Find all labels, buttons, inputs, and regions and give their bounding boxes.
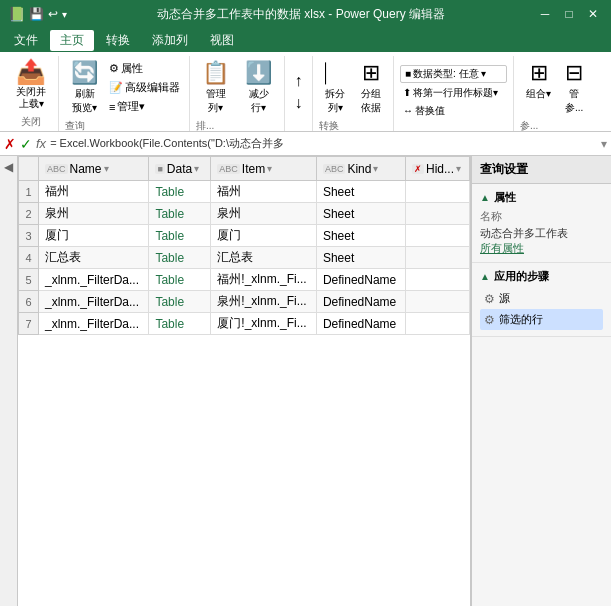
row-7-hidden: [405, 313, 469, 335]
reduce-rows-button[interactable]: ⬇️ 减少行▾: [239, 58, 278, 117]
sort-asc-button[interactable]: ↑: [292, 71, 306, 91]
row-3-name: 厦门: [39, 225, 149, 247]
manage-params-label: 管参...: [565, 87, 583, 115]
window-title: 动态合并多工作表中的数据 xlsx - Power Query 编辑器: [67, 6, 535, 23]
fx-label: fx: [36, 136, 46, 151]
col-header-item[interactable]: ABC Item ▾: [211, 157, 317, 181]
name-col-dropdown[interactable]: ▾: [104, 163, 109, 174]
col-header-hidden[interactable]: ✗ Hid... ▾: [405, 157, 469, 181]
maximize-button[interactable]: □: [559, 4, 579, 24]
window-controls: ─ □ ✕: [535, 4, 603, 24]
first-row-button[interactable]: ⬆ 将第一行用作标题▾: [400, 85, 507, 101]
step-filter-rows[interactable]: ⚙ 筛选的行: [480, 309, 603, 330]
formula-bar: ✗ ✓ fx ▾: [0, 132, 611, 156]
properties-section: ▲ 属性 名称 动态合并多工作表 所有属性: [472, 184, 611, 263]
row-6-kind: DefinedName: [316, 291, 405, 313]
group-by-label: 分组依据: [361, 87, 381, 115]
check-icon[interactable]: ✓: [20, 136, 32, 152]
row-7-data: Table: [149, 313, 211, 335]
app-icon: 📗: [8, 6, 25, 22]
kind-col-type-badge: ABC: [323, 164, 346, 174]
menu-home[interactable]: 主页: [50, 30, 94, 51]
table-row[interactable]: 5 _xlnm._FilterDa... Table 福州!_xlnm._Fi.…: [19, 269, 470, 291]
minimize-button[interactable]: ─: [535, 4, 555, 24]
steps-section-header[interactable]: ▲ 应用的步骤: [480, 269, 603, 284]
ribbon-group-combine: ⊞ 组合▾ ⊟ 管参... 参...: [514, 56, 595, 131]
group-by-button[interactable]: ⊞ 分组依据: [355, 58, 387, 117]
properties-section-header[interactable]: ▲ 属性: [480, 190, 603, 205]
table-row[interactable]: 3 厦门 Table 厦门 Sheet: [19, 225, 470, 247]
side-nav-arrow[interactable]: ◀: [4, 160, 13, 174]
formula-dropdown-icon[interactable]: ▾: [601, 137, 607, 151]
manage-button[interactable]: ≡ 管理▾: [106, 98, 183, 115]
step-source-icon: ⚙: [484, 292, 495, 306]
kind-col-dropdown[interactable]: ▾: [373, 163, 378, 174]
sort-asc-icon: ↑: [295, 72, 303, 90]
kind-col-label: Kind: [347, 162, 371, 176]
query-settings-panel: 查询设置 ▲ 属性 名称 动态合并多工作表 所有属性 ▲ 应用的步骤 ⚙ 源 ⚙: [471, 156, 611, 606]
step-source[interactable]: ⚙ 源: [480, 288, 603, 309]
menu-file[interactable]: 文件: [4, 30, 48, 51]
combine-button[interactable]: ⊞ 组合▾: [520, 58, 557, 103]
manage-params-button[interactable]: ⊟ 管参...: [559, 58, 589, 117]
close-load-button[interactable]: 📤 关闭并上载▾: [10, 56, 52, 113]
advanced-editor-label: 高级编辑器: [125, 80, 180, 95]
quick-access-save[interactable]: 💾: [29, 7, 44, 21]
manage-icon: ≡: [109, 101, 115, 113]
row-6-num: 6: [19, 291, 39, 313]
refresh-button[interactable]: 🔄 刷新预览▾: [65, 58, 104, 117]
menu-add-col[interactable]: 添加列: [142, 30, 198, 51]
table-row[interactable]: 6 _xlnm._FilterDa... Table 泉州!_xlnm._Fi.…: [19, 291, 470, 313]
data-type-dropdown[interactable]: ■ 数据类型: 任意 ▾: [400, 65, 507, 83]
query-panel-title: 查询设置: [472, 156, 611, 184]
col-header-data[interactable]: ■ Data ▾: [149, 157, 211, 181]
row-4-num: 4: [19, 247, 39, 269]
columns-group-label: 排...: [196, 117, 278, 135]
close-load-label: 关闭并上载▾: [16, 86, 46, 110]
row-7-name: _xlnm._FilterDa...: [39, 313, 149, 335]
refresh-label: 刷新预览▾: [72, 87, 97, 115]
table-row[interactable]: 1 福州 Table 福州 Sheet: [19, 181, 470, 203]
steps-section-label: 应用的步骤: [494, 269, 549, 284]
advanced-editor-button[interactable]: 📝 高级编辑器: [106, 79, 183, 96]
title-icons: 📗 💾 ↩ ▾: [8, 6, 67, 22]
name-col-type-badge: ABC: [45, 164, 68, 174]
properties-button[interactable]: ⚙ 属性: [106, 60, 183, 77]
split-group-label: 转换: [319, 117, 387, 135]
close-button[interactable]: ✕: [583, 4, 603, 24]
split-col-button[interactable]: ⎸ 拆分列▾: [319, 58, 351, 117]
row-2-item: 泉州: [211, 203, 317, 225]
menu-view[interactable]: 视图: [200, 30, 244, 51]
hidden-col-type-badge: ✗: [412, 164, 424, 174]
table-body: 1 福州 Table 福州 Sheet 2 泉州 Table 泉州 Sheet …: [19, 181, 470, 335]
row-3-kind: Sheet: [316, 225, 405, 247]
table-row[interactable]: 4 汇总表 Table 汇总表 Sheet: [19, 247, 470, 269]
table-row[interactable]: 2 泉州 Table 泉州 Sheet: [19, 203, 470, 225]
row-5-num: 5: [19, 269, 39, 291]
group-by-icon: ⊞: [362, 60, 380, 86]
replace-values-button[interactable]: ↔ 替换值: [400, 103, 507, 119]
row-2-hidden: [405, 203, 469, 225]
sort-desc-button[interactable]: ↓: [292, 93, 306, 113]
menu-transform[interactable]: 转换: [96, 30, 140, 51]
hidden-col-dropdown[interactable]: ▾: [456, 163, 461, 174]
data-col-dropdown[interactable]: ▾: [194, 163, 199, 174]
query-name-value: 动态合并多工作表: [480, 226, 603, 241]
ribbon-group-query: 🔄 刷新预览▾ ⚙ 属性 📝 高级编辑器 ≡ 管理▾: [59, 56, 190, 131]
menu-bar: 文件 主页 转换 添加列 视图: [0, 28, 611, 52]
table-area: ABC Name ▾ ■ Data ▾: [18, 156, 471, 606]
split-col-icon: ⎸: [325, 60, 345, 86]
main-area: ◀ ABC Name ▾ ■ D: [0, 156, 611, 606]
item-col-dropdown[interactable]: ▾: [267, 163, 272, 174]
quick-access-undo[interactable]: ↩: [48, 7, 58, 21]
ribbon-group-columns: 📋 管理列▾ ⬇️ 减少行▾ 排...: [190, 56, 285, 131]
manage-columns-button[interactable]: 📋 管理列▾: [196, 58, 235, 117]
col-header-kind[interactable]: ABC Kind ▾: [316, 157, 405, 181]
cross-icon[interactable]: ✗: [4, 136, 16, 152]
table-row[interactable]: 7 _xlnm._FilterDa... Table 厦门!_xlnm._Fi.…: [19, 313, 470, 335]
col-header-name[interactable]: ABC Name ▾: [39, 157, 149, 181]
combine-icon: ⊞: [530, 60, 548, 86]
all-props-link[interactable]: 所有属性: [480, 241, 603, 256]
first-row-icon: ⬆: [403, 87, 411, 98]
formula-input[interactable]: [50, 138, 597, 150]
